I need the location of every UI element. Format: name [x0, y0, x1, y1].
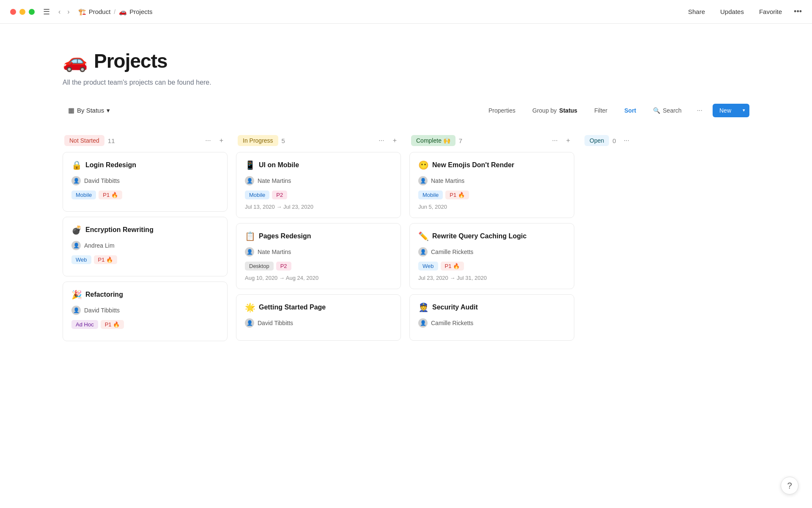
card-meta: 👤David Tibbitts [71, 176, 219, 185]
avatar: 👤 [71, 306, 81, 315]
card-dates: Jun 5, 2020 [418, 204, 565, 210]
updates-button[interactable]: Updates [717, 6, 747, 17]
column-add-button-in-progress[interactable]: + [390, 136, 399, 145]
assignee-name: Nate Martins [431, 177, 464, 184]
close-button[interactable] [10, 9, 16, 15]
card-tag: Ad Hoc [71, 320, 98, 329]
view-selector[interactable]: ▦ By Status ▾ [63, 103, 115, 117]
card-meta: 👤Camille Ricketts [418, 247, 565, 257]
toolbar: ▦ By Status ▾ Properties Group by Status… [63, 103, 749, 123]
favorite-button[interactable]: Favorite [756, 6, 785, 17]
traffic-lights [10, 9, 35, 15]
breadcrumb-parent[interactable]: 🏗️ Product [78, 8, 111, 16]
avatar: 👤 [418, 176, 428, 185]
search-label: Search [663, 107, 681, 114]
card[interactable]: 📱UI on Mobile👤Nate MartinsMobileP2Jul 13… [236, 152, 401, 218]
page-title-row: 🚗 Projects [63, 49, 749, 73]
column-count-complete: 7 [459, 137, 462, 144]
card-emoji: 📱 [245, 160, 255, 170]
card-meta: 👤Andrea Lim [71, 241, 219, 250]
fullscreen-button[interactable] [29, 9, 35, 15]
card-meta: 👤David Tibbitts [71, 306, 219, 315]
card-title: Rewrite Query Caching Logic [432, 232, 527, 240]
card-meta: 👤Camille Ricketts [418, 318, 565, 328]
new-button[interactable]: New ▾ [713, 104, 749, 117]
card-dates: Jul 13, 2020 → Jul 23, 2020 [245, 204, 392, 210]
card-tags: MobileP1 🔥 [71, 190, 219, 199]
breadcrumb-parent-emoji: 🏗️ [78, 8, 86, 16]
assignee-name: David Tibbitts [84, 307, 120, 314]
card-title: Login Redesign [85, 161, 136, 169]
avatar: 👤 [245, 318, 254, 328]
assignee-name: Nate Martins [258, 177, 291, 184]
search-button[interactable]: 🔍 Search [648, 105, 686, 116]
breadcrumb-current-label: Projects [129, 8, 152, 15]
toolbar-more-button[interactable]: ··· [694, 104, 706, 117]
new-button-label: New [713, 104, 738, 117]
filter-button[interactable]: Filter [589, 105, 612, 116]
assignee-name: Nate Martins [258, 248, 291, 255]
column-actions-not-started: ···+ [203, 136, 226, 145]
assignee-name: Andrea Lim [84, 242, 115, 249]
status-badge-in-progress: In Progress [238, 135, 278, 146]
card[interactable]: ✏️Rewrite Query Caching Logic👤Camille Ri… [409, 223, 574, 289]
card[interactable]: 🎉Refactoring👤David TibbittsAd HocP1 🔥 [63, 282, 228, 341]
column-more-button-open[interactable]: ··· [621, 136, 632, 145]
column-add-button-complete[interactable]: + [564, 136, 573, 145]
card-tag: P1 🔥 [101, 320, 124, 329]
card[interactable]: 🌟Getting Started Page👤David Tibbitts [236, 294, 401, 341]
titlebar-actions: Share Updates Favorite ••• [685, 6, 802, 17]
minimize-button[interactable] [19, 9, 25, 15]
sort-button[interactable]: Sort [619, 105, 641, 116]
card[interactable]: 👮Security Audit👤Camille Ricketts [409, 294, 574, 341]
card-title-row: 👮Security Audit [418, 302, 565, 312]
forward-button[interactable]: › [66, 6, 71, 17]
column-complete: Complete 🙌7···+😶New Emojis Don't Render👤… [409, 135, 574, 346]
card-title: Security Audit [432, 304, 478, 311]
avatar: 👤 [71, 241, 81, 250]
card-emoji: ✏️ [418, 231, 429, 241]
card[interactable]: 💣Encryption Rewriting👤Andrea LimWebP1 🔥 [63, 217, 228, 276]
card-emoji: 🔒 [71, 160, 82, 170]
card-meta: 👤Nate Martins [245, 247, 392, 257]
help-button[interactable]: ? [781, 477, 798, 494]
share-button[interactable]: Share [685, 6, 708, 17]
sidebar-toggle-icon[interactable]: ☰ [43, 7, 50, 17]
back-button[interactable]: ‹ [57, 6, 62, 17]
column-actions-complete: ···+ [549, 136, 573, 145]
card[interactable]: 🔒Login Redesign👤David TibbittsMobileP1 🔥 [63, 152, 228, 212]
status-badge-not-started: Not Started [64, 135, 104, 146]
column-open: Open0··· [583, 135, 634, 346]
card-tag: Web [418, 262, 438, 271]
card-dates: Aug 10, 2020 → Aug 24, 2020 [245, 275, 392, 281]
card-tag: Desktop [245, 262, 274, 271]
breadcrumb: 🏗️ Product / 🚗 Projects [78, 8, 685, 16]
new-button-chevron-icon[interactable]: ▾ [738, 104, 749, 116]
card-meta: 👤Nate Martins [418, 176, 565, 185]
card-tag: Mobile [418, 190, 443, 199]
properties-button[interactable]: Properties [483, 105, 521, 116]
card[interactable]: 📋Pages Redesign👤Nate MartinsDesktopP2Aug… [236, 223, 401, 289]
status-badge-open: Open [584, 135, 609, 146]
view-chevron-icon: ▾ [107, 107, 110, 114]
column-more-button-complete[interactable]: ··· [549, 136, 560, 145]
group-by-button[interactable]: Group by Status [527, 105, 582, 116]
card[interactable]: 😶New Emojis Don't Render👤Nate MartinsMob… [409, 152, 574, 218]
board: Not Started11···+🔒Login Redesign👤David T… [63, 135, 749, 355]
more-options-icon[interactable]: ••• [794, 7, 802, 16]
card-tag: Web [71, 255, 91, 264]
card-emoji: 😶 [418, 160, 429, 170]
column-add-button-not-started[interactable]: + [217, 136, 226, 145]
card-tags: WebP1 🔥 [71, 255, 219, 264]
avatar: 👤 [245, 247, 254, 257]
card-emoji: 🌟 [245, 302, 255, 312]
card-tags: DesktopP2 [245, 262, 392, 271]
card-tag: P2 [272, 190, 287, 199]
card-tag: P1 🔥 [445, 190, 469, 199]
column-more-button-not-started[interactable]: ··· [203, 136, 213, 145]
view-icon: ▦ [68, 106, 74, 114]
column-count-open: 0 [612, 137, 616, 144]
breadcrumb-current[interactable]: 🚗 Projects [119, 8, 152, 16]
column-more-button-in-progress[interactable]: ··· [376, 136, 387, 145]
card-title-row: 🔒Login Redesign [71, 160, 219, 170]
